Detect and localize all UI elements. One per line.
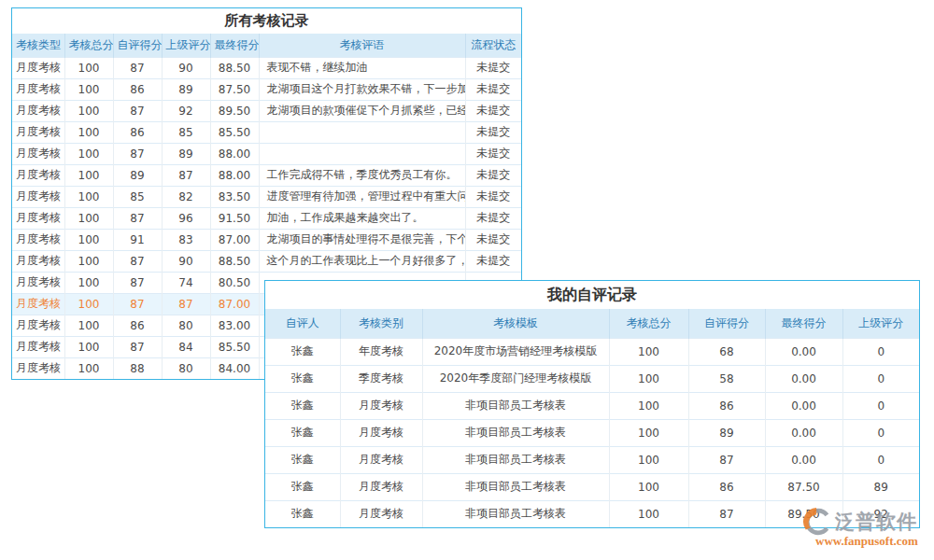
cell-final-score: 0.00 [765,365,842,392]
col-header-assess-category: 考核类别 [340,309,422,338]
cell-final-score: 87.50 [765,473,842,500]
cell-assess-type: 月度考核 [12,229,64,250]
cell-assess-type: 月度考核 [12,357,64,379]
cell-total-score: 100 [609,365,688,392]
cell-final-score: 87.50 [210,78,259,100]
cell-assess-type: 月度考核 [12,164,64,186]
cell-flow-status: 未提交 [465,164,521,186]
cell-superior-score: 0 [842,392,919,419]
cell-self-score: 91 [113,229,162,250]
self-record-row[interactable]: 张鑫 月度考核 非项目部员工考核表 100 86 0.00 0 [265,392,919,419]
cell-assess-type: 月度考核 [12,315,64,336]
cell-superior-score: 96 [162,207,210,229]
cell-template: 2020年度市场营销经理考核模版 [422,338,609,365]
cell-self-score: 87 [113,207,162,229]
cell-self-score: 85 [113,186,162,207]
all-records-title: 所有考核记录 [12,8,521,34]
col-header-final-score: 最终得分 [210,34,259,57]
cell-self-score: 89 [113,164,162,186]
cell-flow-status: 未提交 [465,143,521,164]
cell-comment: 表现不错，继续加油 [259,57,465,78]
cell-final-score: 0.00 [765,392,842,419]
cell-total-score: 100 [609,392,688,419]
cell-comment: 这个月的工作表现比上一个月好很多了，继续加油！ [259,250,465,272]
cell-total-score: 100 [64,121,113,143]
cell-final-score: 88.50 [210,57,259,78]
cell-assess-category: 月度考核 [340,392,422,419]
col-header-superior-score: 上级评分 [162,34,210,57]
cell-flow-status: 未提交 [465,78,521,100]
self-record-row[interactable]: 张鑫 年度考核 2020年度市场营销经理考核模版 100 68 0.00 0 [265,338,919,365]
cell-total-score: 100 [64,57,113,78]
cell-self-score: 87 [113,293,162,315]
assessment-record-row[interactable]: 月度考核 100 86 85 85.50 未提交 [12,121,521,143]
assessment-record-row[interactable]: 月度考核 100 87 90 88.50 表现不错，继续加油 未提交 [12,57,521,78]
cell-total-score: 100 [64,78,113,100]
self-records-body: 张鑫 年度考核 2020年度市场营销经理考核模版 100 68 0.00 0 张… [265,338,919,527]
assessment-record-row[interactable]: 月度考核 100 91 83 87.00 龙湖项目的事情处理得不是很完善，下个月… [12,229,521,250]
cell-superior-score: 83 [162,229,210,250]
cell-assess-category: 月度考核 [340,419,422,446]
cell-flow-status: 未提交 [465,121,521,143]
assessment-record-row[interactable]: 月度考核 100 87 89 88.00 未提交 [12,143,521,164]
cell-assess-type: 月度考核 [12,272,64,293]
cell-final-score: 87.00 [210,229,259,250]
col-header-final-score: 最终得分 [765,309,842,338]
assessment-record-row[interactable]: 月度考核 100 85 82 83.50 进度管理有待加强，管理过程中有重大问题… [12,186,521,207]
cell-superior-score: 74 [162,272,210,293]
cell-comment: 龙湖项目的款项催促下个月抓紧些，已经拖了三个多... [259,100,465,121]
cell-superior-score: 89 [842,473,919,500]
cell-superior-score: 82 [162,186,210,207]
col-header-comment: 考核评语 [259,34,465,57]
assessment-record-row[interactable]: 月度考核 100 87 90 88.50 这个月的工作表现比上一个月好很多了，继… [12,250,521,272]
cell-final-score: 0.00 [765,446,842,473]
cell-assess-type: 月度考核 [12,78,64,100]
cell-superior-score: 89 [162,143,210,164]
cell-final-score: 80.50 [210,272,259,293]
col-header-template: 考核模板 [422,309,609,338]
cell-total-score: 100 [64,143,113,164]
cell-evaluator: 张鑫 [265,446,340,473]
cell-total-score: 100 [64,164,113,186]
cell-self-score: 86 [113,78,162,100]
cell-final-score: 87.00 [210,293,259,315]
cell-total-score: 100 [64,186,113,207]
cell-total-score: 100 [64,100,113,121]
cell-flow-status: 未提交 [465,100,521,121]
cell-self-score: 87 [688,446,765,473]
cell-total-score: 100 [609,338,688,365]
assessment-record-row[interactable]: 月度考核 100 87 92 89.50 龙湖项目的款项催促下个月抓紧些，已经拖… [12,100,521,121]
assessment-record-row[interactable]: 月度考核 100 86 89 87.50 龙湖项目这个月打款效果不错，下一步加紧… [12,78,521,100]
cell-comment: 龙湖项目的事情处理得不是很完善，下个月重点关注。 [259,229,465,250]
col-header-self-score: 自评得分 [688,309,765,338]
cell-evaluator: 张鑫 [265,419,340,446]
cell-template: 非项目部员工考核表 [422,500,609,527]
cell-assess-type: 月度考核 [12,143,64,164]
self-record-row[interactable]: 张鑫 月度考核 非项目部员工考核表 100 87 0.00 0 [265,446,919,473]
fanpu-logo-icon [801,506,833,538]
cell-total-score: 100 [609,419,688,446]
cell-self-score: 87 [113,336,162,357]
cell-final-score: 85.50 [210,121,259,143]
self-record-row[interactable]: 张鑫 季度考核 2020年季度部门经理考核模版 100 58 0.00 0 [265,365,919,392]
cell-self-score: 87 [113,100,162,121]
cell-assess-type: 月度考核 [12,293,64,315]
cell-superior-score: 90 [162,57,210,78]
cell-template: 非项目部员工考核表 [422,392,609,419]
cell-template: 非项目部员工考核表 [422,446,609,473]
cell-assess-type: 月度考核 [12,57,64,78]
self-record-row[interactable]: 张鑫 月度考核 非项目部员工考核表 100 86 87.50 89 [265,473,919,500]
assessment-record-row[interactable]: 月度考核 100 89 87 88.00 工作完成得不错，季度优秀员工有你。 未… [12,164,521,186]
self-record-row[interactable]: 张鑫 月度考核 非项目部员工考核表 100 89 0.00 0 [265,419,919,446]
cell-superior-score: 84 [162,336,210,357]
self-records-title: 我的自评记录 [265,281,919,309]
cell-final-score: 88.50 [210,250,259,272]
assessment-record-row[interactable]: 月度考核 100 87 96 91.50 加油，工作成果越来越突出了。 未提交 [12,207,521,229]
cell-superior-score: 0 [842,365,919,392]
cell-final-score: 89.50 [210,100,259,121]
cell-superior-score: 87 [162,293,210,315]
cell-self-score: 86 [113,315,162,336]
cell-assess-category: 月度考核 [340,473,422,500]
cell-assess-type: 月度考核 [12,186,64,207]
cell-assess-type: 月度考核 [12,207,64,229]
